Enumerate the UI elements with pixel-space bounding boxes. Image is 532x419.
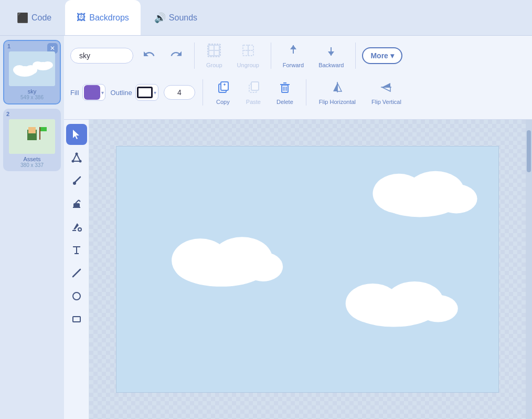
redo-button[interactable]	[165, 45, 188, 67]
canvas-drawing[interactable]	[116, 146, 499, 393]
more-button[interactable]: More ▾	[362, 47, 402, 64]
reshape-icon	[71, 152, 82, 163]
svg-point-75	[418, 295, 458, 322]
svg-line-53	[76, 200, 79, 203]
tab-sounds-label: Sounds	[169, 13, 197, 23]
backdrop-size-assets: 380 x 337	[6, 162, 58, 168]
svg-point-2	[13, 65, 26, 75]
divider-2	[271, 43, 271, 69]
undo-icon	[143, 48, 155, 64]
flip-horizontal-button[interactable]: Flip Horizontal	[314, 77, 361, 108]
fill-color-inner	[84, 85, 100, 100]
svg-point-6	[42, 61, 53, 69]
tool-fill[interactable]	[66, 216, 87, 237]
backward-label: Backward	[318, 62, 344, 68]
undo-button[interactable]	[137, 45, 161, 67]
backward-button[interactable]: Backward	[313, 40, 349, 71]
svg-line-54	[79, 200, 80, 202]
backdrop-name-input[interactable]	[70, 48, 133, 64]
tab-code[interactable]: ⬛ Code	[5, 0, 63, 35]
copy-icon	[216, 80, 230, 98]
svg-point-48	[79, 160, 81, 163]
scrollbar-thumb[interactable]	[527, 130, 531, 172]
tool-eraser[interactable]	[66, 193, 87, 214]
tool-circle[interactable]	[66, 286, 87, 307]
fill-label: Fill	[70, 89, 79, 97]
tool-text[interactable]	[66, 239, 87, 260]
divider-4	[203, 79, 203, 106]
sky-thumbnail	[9, 51, 55, 86]
tool-line[interactable]	[66, 263, 87, 284]
tool-reshape[interactable]	[66, 147, 87, 168]
svg-rect-13	[214, 45, 219, 50]
eraser-icon	[71, 198, 82, 210]
delete-button[interactable]: Delete	[271, 77, 299, 108]
flip-vertical-button[interactable]: Flip Vertical	[366, 77, 407, 108]
backdrop-item-sky[interactable]: 1 ✕ sky 549 x 386	[3, 40, 61, 104]
svg-rect-62	[73, 317, 80, 322]
assets-thumb-svg	[9, 119, 55, 154]
svg-rect-9	[28, 127, 36, 133]
svg-rect-51	[73, 203, 80, 207]
svg-rect-31	[251, 82, 259, 90]
forward-button[interactable]: Forward	[278, 40, 309, 71]
redo-icon	[170, 48, 183, 64]
code-icon: ⬛	[17, 12, 28, 24]
tab-bar: ⬛ Code 🖼 Backdrops 🔊 Sounds	[0, 0, 532, 36]
svg-marker-42	[382, 87, 390, 91]
divider-3	[355, 43, 356, 69]
backdrop-number-1: 1	[7, 43, 10, 49]
ungroup-icon	[241, 43, 256, 61]
paste-button[interactable]: Paste	[241, 77, 266, 108]
svg-point-47	[75, 153, 78, 155]
svg-point-61	[73, 292, 80, 300]
fill-icon	[71, 221, 82, 233]
canvas-area[interactable]	[89, 120, 526, 419]
main-layout: 1 ✕ sky 549 x 386	[0, 36, 532, 419]
tool-rectangle[interactable]	[66, 309, 87, 330]
svg-point-71	[243, 252, 283, 281]
ungroup-button[interactable]: Ungroup	[232, 40, 264, 71]
svg-point-5	[33, 61, 43, 69]
tab-sounds[interactable]: 🔊 Sounds	[143, 0, 209, 35]
backward-icon	[324, 43, 338, 61]
delete-icon	[278, 80, 292, 98]
text-icon	[71, 244, 82, 256]
editor-area: Group Ungroup Forward	[64, 36, 532, 419]
svg-rect-18	[248, 45, 253, 50]
tool-panel	[64, 120, 89, 419]
fill-color-swatch[interactable]: ▾	[82, 84, 105, 101]
tool-brush[interactable]	[66, 170, 87, 191]
copy-button[interactable]: Copy	[210, 77, 236, 108]
flip-horizontal-icon	[330, 80, 345, 98]
paste-icon	[246, 80, 261, 98]
sounds-icon: 🔊	[154, 12, 166, 24]
line-icon	[71, 267, 82, 279]
svg-rect-27	[221, 82, 228, 90]
svg-rect-15	[214, 50, 219, 56]
svg-rect-20	[248, 50, 253, 56]
toolbar-row-1: Group Ungroup Forward	[70, 40, 526, 71]
svg-rect-14	[209, 50, 214, 56]
more-label: More	[370, 51, 388, 60]
scrollbar-vertical[interactable]	[526, 120, 532, 419]
sky-scene-svg	[116, 146, 498, 392]
svg-line-49	[75, 177, 80, 182]
outline-label: Outline	[111, 89, 132, 97]
forward-label: Forward	[283, 62, 304, 68]
group-button[interactable]: Group	[201, 40, 228, 71]
outline-color-swatch[interactable]: ▾	[135, 84, 158, 101]
tab-backdrops[interactable]: 🖼 Backdrops	[65, 0, 141, 35]
svg-marker-41	[382, 83, 390, 87]
svg-marker-23	[290, 45, 296, 49]
sky-thumb-svg	[9, 51, 55, 86]
backdrop-item-assets[interactable]: 2 Assets 380 x 337	[3, 109, 61, 171]
svg-point-67	[435, 184, 477, 214]
toolbar: Group Ungroup Forward	[64, 36, 532, 120]
circle-icon	[71, 290, 82, 302]
svg-marker-38	[333, 83, 337, 91]
divider-5	[306, 79, 306, 106]
tool-select[interactable]	[66, 124, 87, 145]
size-input[interactable]	[164, 85, 195, 100]
more-chevron-icon: ▾	[390, 51, 394, 60]
